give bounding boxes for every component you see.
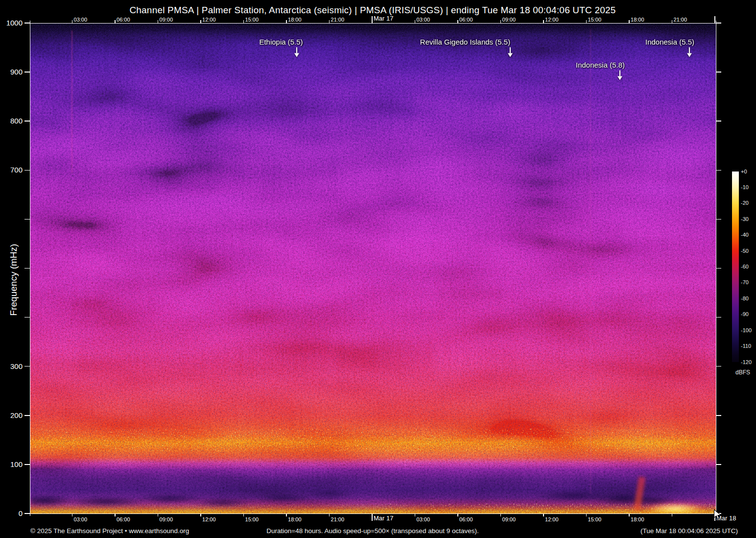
x-axis-tick	[372, 514, 373, 521]
y-axis-tick-label: 800	[2, 117, 23, 125]
y-axis-tick-left	[24, 513, 30, 514]
y-axis-tick-left	[24, 464, 30, 465]
bottom-axis-line	[24, 514, 721, 514]
event-annotation-label: Indonesia (5.5)	[645, 38, 694, 46]
x-axis-tick	[243, 514, 244, 516]
x-axis-tick	[586, 514, 587, 516]
x-axis-tick	[543, 514, 544, 516]
x-axis-tick	[629, 514, 630, 516]
colorbar-tick-label: -10	[741, 185, 749, 190]
colorbar-tick-label: -30	[741, 217, 749, 222]
y-axis-tick-left	[24, 415, 30, 416]
x-axis-tick-label: 15:00	[245, 516, 259, 522]
x-axis-tick	[672, 20, 673, 23]
x-axis-tick	[586, 20, 587, 23]
footer-duration: Duration=48 hours. Audio speed-up=500× (…	[30, 527, 715, 535]
y-axis-title: Frequency (mHz)	[8, 236, 19, 324]
x-axis-tick	[500, 514, 501, 516]
y-axis-tick-left	[24, 170, 30, 171]
x-axis-tick-label: 09:00	[160, 17, 173, 23]
x-axis-tick	[372, 16, 373, 23]
x-axis-tick-label: 12:00	[202, 516, 216, 522]
x-axis-tick	[629, 20, 630, 23]
y-axis-tick-right	[716, 121, 721, 122]
x-axis-tick	[415, 20, 416, 23]
x-axis-tick-label: 21:00	[674, 17, 687, 23]
y-axis-tick-label: 100	[2, 461, 23, 468]
y-axis-tick-left	[24, 121, 30, 122]
y-axis-tick-left	[24, 268, 30, 269]
y-axis-tick-right	[716, 464, 721, 465]
event-annotation-label: Revilla Gigedo Islands (5.5)	[420, 38, 510, 46]
x-axis-tick-label: 09:00	[160, 516, 173, 522]
x-axis-tick-label: 12:00	[545, 17, 559, 23]
x-axis-tick	[329, 514, 330, 516]
page-title: Channel PMSA | Palmer Station, Antarctic…	[30, 5, 715, 16]
y-axis-tick-right	[716, 72, 721, 73]
y-axis-tick-right	[716, 268, 721, 269]
colorbar-tick-label: -50	[741, 248, 749, 254]
colorbar-tick-label: +0	[741, 169, 747, 174]
y-axis-tick-left	[24, 72, 30, 73]
x-axis-tick	[200, 20, 201, 23]
x-axis-tick-label: 18:00	[288, 17, 302, 23]
x-axis-tick	[200, 514, 201, 516]
y-axis-tick-left	[24, 317, 30, 318]
event-annotation-arrow-icon	[293, 47, 300, 59]
x-axis-tick-label: 15:00	[588, 516, 602, 522]
x-axis-tick-label: 06:00	[117, 516, 130, 522]
event-annotation-label: Ethiopia (5.5)	[259, 38, 303, 46]
y-axis-tick-left	[24, 219, 30, 220]
y-axis-tick-label: 300	[2, 363, 23, 370]
x-axis-tick-label: 03:00	[74, 516, 88, 522]
colorbar-tick-label: -80	[741, 296, 749, 301]
x-axis-tick-label: 03:00	[74, 17, 88, 23]
y-axis-tick-label: 0	[2, 510, 23, 517]
x-axis-tick-label: 12:00	[202, 17, 216, 23]
colorbar-tick-label: -60	[741, 264, 749, 269]
x-axis-tick-label: 18:00	[288, 516, 302, 522]
x-axis-tick-label: 21:00	[331, 17, 345, 23]
x-axis-tick	[286, 20, 287, 23]
x-axis-tick-label: 15:00	[588, 17, 602, 23]
y-axis-tick-label: 900	[2, 68, 23, 76]
screen: Channel PMSA | Palmer Station, Antarctic…	[0, 0, 756, 538]
x-axis-tick	[158, 514, 159, 516]
x-axis-tick	[457, 20, 458, 23]
colorbar-gradient	[732, 171, 739, 362]
x-axis-tick-label: 06:00	[459, 516, 473, 522]
colorbar-tick-label: -110	[741, 343, 751, 349]
x-axis-day-label: Mar 17	[374, 515, 393, 522]
x-axis-tick	[115, 20, 116, 23]
y-axis-tick-left	[24, 23, 30, 24]
y-axis-tick-right	[716, 415, 721, 416]
event-annotation-label: Indonesia (5.8)	[576, 61, 625, 69]
x-axis-tick	[714, 16, 715, 23]
x-axis-tick-label: 21:00	[331, 516, 345, 522]
spectrogram[interactable]: Ethiopia (5.5)Revilla Gigedo Islands (5.…	[30, 23, 716, 514]
x-axis-tick-label: 03:00	[417, 516, 430, 522]
top-axis-line	[24, 23, 721, 24]
x-axis-tick-label: 12:00	[545, 516, 559, 522]
y-axis-tick-right	[716, 170, 721, 171]
event-annotation-arrow-icon	[507, 47, 514, 59]
bottom-right-hotspot	[645, 501, 706, 514]
vertical-event-line-late	[590, 29, 591, 493]
x-axis-tick	[72, 20, 73, 23]
colorbar-unit-label: dBFS	[731, 369, 755, 376]
colorbar-tick-label: -120	[741, 360, 752, 365]
x-axis-tick	[115, 514, 116, 516]
y-axis-tick-right	[716, 317, 721, 318]
x-axis-tick-label: 06:00	[117, 17, 130, 23]
event-annotation-arrow-icon	[616, 70, 623, 82]
microseism-yellow-speckle-band	[30, 429, 716, 451]
y-axis-tick-label: 700	[2, 166, 23, 174]
x-axis-tick-label: 18:00	[631, 516, 644, 522]
y-axis-tick-right	[716, 23, 721, 24]
x-axis-tick-label: 15:00	[245, 17, 259, 23]
event-annotation-arrow-icon	[686, 47, 693, 59]
x-axis-tick-label: 09:00	[502, 516, 516, 522]
colorbar-tick-label: -90	[741, 312, 749, 317]
y-axis-tick-right	[716, 219, 721, 220]
colorbar-tick-label: -40	[741, 232, 749, 238]
